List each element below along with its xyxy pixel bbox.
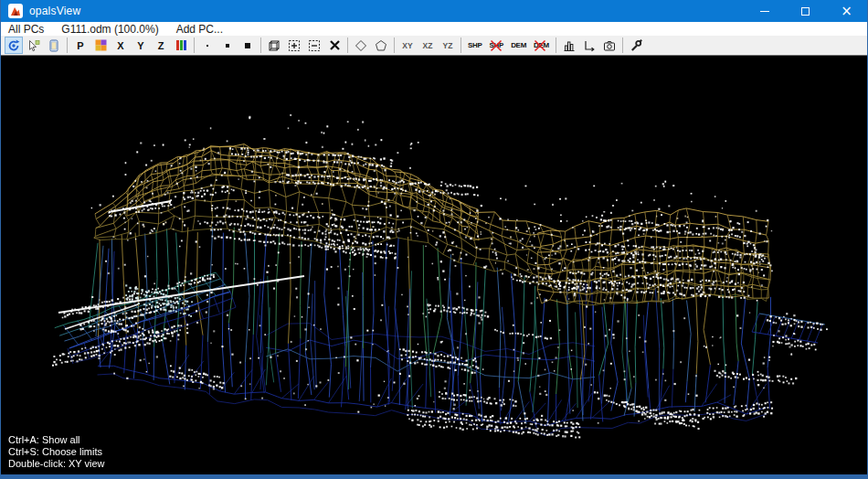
palette-icon [95, 39, 107, 51]
view-xy-button[interactable]: XY [398, 37, 417, 54]
window-bottom-border [1, 474, 867, 479]
shp-remove-button[interactable]: SHP [487, 37, 507, 54]
dem-load-button[interactable]: DEM [508, 37, 529, 54]
histogram-icon [563, 39, 576, 52]
zoom-out-button[interactable] [305, 37, 323, 54]
pointcloud-canvas[interactable] [1, 56, 867, 474]
fit-x-icon [329, 39, 341, 51]
settings-button[interactable] [627, 37, 645, 54]
bounding-box-button[interactable] [265, 37, 283, 54]
view-xz-button[interactable]: XZ [418, 37, 437, 54]
toolbar-separator [622, 37, 623, 53]
toolbar-separator [394, 37, 395, 53]
dem-load-label: DEM [511, 41, 526, 49]
color-by-z-button[interactable]: Z [152, 37, 170, 54]
minimize-button[interactable] [744, 0, 785, 22]
measure-diamond-button[interactable] [352, 37, 370, 54]
point-size-small-icon [202, 40, 213, 51]
color-by-x-button[interactable]: X [111, 37, 130, 54]
toolbar: PXYZXYXZYZSHPSHPDEMDEM [1, 36, 867, 56]
perspective-toggle-label: P [77, 40, 83, 51]
close-icon: × [841, 5, 852, 18]
histogram-button[interactable] [560, 37, 578, 54]
color-by-z-label: Z [158, 40, 164, 51]
window-controls: × [744, 0, 867, 22]
point-size-large-button[interactable] [238, 37, 257, 54]
point-size-small-button[interactable] [198, 37, 217, 54]
color-by-y-button[interactable]: Y [132, 37, 150, 54]
clear-selection-button[interactable] [325, 37, 344, 54]
window-title: opalsView [29, 5, 80, 17]
minimize-icon [760, 11, 769, 12]
diamond-icon [355, 39, 367, 52]
viewport-3d[interactable]: Ctrl+A: Show all Ctrl+S: Choose limits D… [1, 56, 867, 474]
overview-panel-icon [48, 39, 60, 52]
opalsview-window: opalsView × All PCsG111.odm (100.0%)Add … [0, 0, 868, 479]
pick-point-button[interactable] [25, 37, 43, 54]
dem-remove-button[interactable]: DEM [531, 37, 552, 54]
rotate-view-button[interactable] [5, 37, 23, 54]
shortcut-hints: Ctrl+A: Show all Ctrl+S: Choose limits D… [8, 434, 105, 470]
rotate-view-icon [7, 39, 20, 52]
view-yz-button[interactable]: YZ [439, 37, 457, 54]
color-palette-button[interactable] [91, 37, 110, 54]
dem-remove-label: DEM [534, 41, 549, 49]
menu-item-all-pcs[interactable]: All PCs [8, 23, 44, 36]
zoom-in-icon [288, 39, 301, 52]
hint-choose-limits: Ctrl+S: Choose limits [8, 446, 105, 458]
menu-item-add-pc[interactable]: Add PC... [176, 23, 223, 36]
point-size-large-icon [242, 40, 253, 51]
view-xy-label: XY [402, 41, 412, 50]
maximize-button[interactable] [785, 0, 826, 22]
shp-load-button[interactable]: SHP [465, 37, 485, 54]
perspective-toggle-button[interactable]: P [71, 37, 90, 54]
toolbar-separator [194, 37, 195, 53]
toolbar-separator [460, 37, 461, 53]
overview-panel-button[interactable] [45, 37, 63, 54]
shp-remove-label: SHP [490, 41, 504, 49]
toolbar-separator [260, 37, 261, 53]
close-button[interactable]: × [826, 0, 867, 22]
toolbar-separator [347, 37, 348, 53]
axes-icon [583, 39, 596, 52]
app-logo-icon [8, 4, 23, 18]
screenshot-button[interactable] [600, 37, 619, 54]
polygon-icon [375, 39, 387, 52]
menu-item-g111-odm-100-0[interactable]: G111.odm (100.0%) [61, 23, 158, 36]
rgb-channels-icon [175, 39, 187, 51]
shp-load-label: SHP [468, 41, 482, 49]
hint-show-all: Ctrl+A: Show all [8, 434, 105, 446]
menubar: All PCsG111.odm (100.0%)Add PC... [1, 22, 867, 36]
point-size-medium-button[interactable] [218, 37, 237, 54]
camera-icon [603, 39, 616, 52]
view-yz-label: YZ [443, 41, 453, 50]
cube-icon [268, 39, 281, 52]
titlebar: opalsView × [1, 0, 867, 22]
wrench-icon [630, 39, 642, 52]
toolbar-separator [67, 37, 68, 53]
point-size-medium-icon [222, 40, 233, 51]
hint-xy-view: Double-click: XY view [8, 458, 105, 470]
color-by-x-label: X [117, 40, 123, 51]
zoom-out-icon [308, 39, 321, 52]
pick-point-icon [27, 39, 40, 52]
zoom-in-button[interactable] [285, 37, 303, 54]
measure-polygon-button[interactable] [372, 37, 390, 54]
axes-button[interactable] [580, 37, 598, 54]
maximize-icon [801, 7, 810, 16]
view-xz-label: XZ [423, 41, 433, 50]
color-by-rgb-button[interactable] [172, 37, 190, 54]
color-by-y-label: Y [137, 40, 143, 51]
toolbar-separator [556, 37, 556, 53]
